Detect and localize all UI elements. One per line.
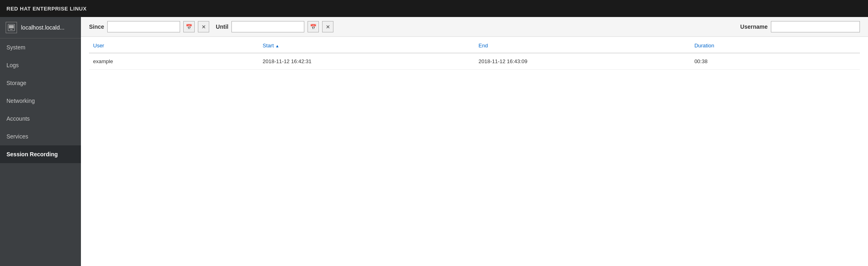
svg-rect-1 [9, 25, 14, 28]
content-area: Since 📅 ✕ Until 📅 ✕ Us [81, 17, 868, 266]
topbar: RED HAT ENTERPRISE LINUX [0, 0, 868, 17]
cell-duration: 00:38 [690, 53, 860, 70]
sidebar-item-services[interactable]: Services [0, 128, 81, 145]
sessions-table: User Start End Duration [89, 37, 860, 70]
sidebar-item-label: Storage [6, 80, 26, 86]
host-icon [6, 22, 17, 33]
until-calendar-button[interactable]: 📅 [308, 21, 319, 32]
sidebar: localhost.locald... System Logs Storage … [0, 17, 81, 266]
cell-end: 2018-11-12 16:43:09 [474, 53, 690, 70]
sidebar-item-label: Logs [6, 62, 19, 68]
filter-bar: Since 📅 ✕ Until 📅 ✕ Us [81, 17, 868, 37]
column-header-duration[interactable]: Duration [690, 37, 860, 53]
since-input[interactable] [107, 21, 180, 32]
since-clear-button[interactable]: ✕ [198, 21, 209, 32]
clear-icon: ✕ [202, 24, 206, 30]
until-input[interactable] [231, 21, 304, 32]
until-label: Until [216, 23, 228, 30]
sidebar-item-label: Networking [6, 98, 35, 104]
host-header[interactable]: localhost.locald... [0, 17, 81, 38]
sidebar-item-networking[interactable]: Networking [0, 92, 81, 110]
column-header-start[interactable]: Start [259, 37, 474, 53]
host-name: localhost.locald... [21, 24, 64, 31]
sidebar-item-storage[interactable]: Storage [0, 74, 81, 92]
sidebar-item-label: Accounts [6, 115, 30, 122]
sidebar-item-label: Session Recording [6, 151, 58, 157]
sidebar-item-label: System [6, 44, 25, 51]
cell-user: example [89, 53, 259, 70]
username-label: Username [740, 23, 768, 30]
until-filter-group: Until 📅 ✕ [216, 21, 333, 32]
app-title: RED HAT ENTERPRISE LINUX [6, 6, 87, 12]
since-calendar-button[interactable]: 📅 [183, 21, 195, 32]
since-filter-group: Since 📅 ✕ [89, 21, 209, 32]
column-header-user[interactable]: User [89, 37, 259, 53]
table-row[interactable]: example 2018-11-12 16:42:31 2018-11-12 1… [89, 53, 860, 70]
username-input[interactable] [771, 21, 860, 32]
sidebar-item-session-recording[interactable]: Session Recording [0, 145, 81, 163]
username-filter-group: Username [740, 21, 860, 32]
until-clear-button[interactable]: ✕ [322, 21, 333, 32]
table-header-row: User Start End Duration [89, 37, 860, 53]
sidebar-item-logs[interactable]: Logs [0, 56, 81, 74]
main-layout: localhost.locald... System Logs Storage … [0, 17, 868, 266]
table-body: example 2018-11-12 16:42:31 2018-11-12 1… [89, 53, 860, 70]
table-area: User Start End Duration [81, 37, 868, 266]
calendar-icon: 📅 [310, 24, 316, 30]
svg-rect-2 [10, 29, 13, 30]
sidebar-item-accounts[interactable]: Accounts [0, 110, 81, 128]
cell-start: 2018-11-12 16:42:31 [259, 53, 474, 70]
since-label: Since [89, 23, 104, 30]
column-header-end[interactable]: End [474, 37, 690, 53]
clear-icon: ✕ [326, 24, 330, 30]
calendar-icon: 📅 [186, 24, 192, 30]
sidebar-item-label: Services [6, 133, 28, 140]
sidebar-item-system[interactable]: System [0, 38, 81, 56]
